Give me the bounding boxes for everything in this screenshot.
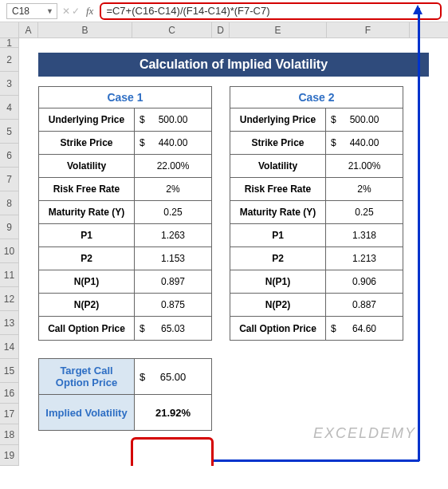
column-header[interactable]: E (230, 22, 327, 37)
cancel-icon[interactable]: ✕ (62, 6, 70, 17)
row-label: P2 (39, 247, 135, 270)
row-value[interactable]: 0.897 (135, 270, 211, 293)
formula-text: =C7+(C16-C14)/(F14-C14)*(F7-C7) (106, 5, 269, 17)
table-row: Maturity Rate (Y)0.25 (230, 201, 403, 224)
column-header[interactable]: B (38, 22, 132, 37)
row-header[interactable]: 2 (0, 48, 19, 72)
table-row: N(P2)0.887 (230, 294, 403, 317)
row-header[interactable]: 19 (0, 445, 19, 466)
row-header[interactable]: 8 (0, 191, 19, 215)
row-value[interactable]: $65.03 (135, 317, 211, 340)
row-header[interactable]: 17 (0, 404, 19, 424)
row-value[interactable]: 2% (135, 178, 211, 200)
row-header[interactable]: 3 (0, 72, 19, 96)
row-label: Risk Free Rate (39, 178, 135, 200)
case2-header: Case 2 (230, 87, 403, 108)
row-header[interactable]: 15 (0, 359, 19, 383)
row-header[interactable]: 12 (0, 287, 19, 311)
row-value[interactable]: 1.263 (135, 224, 211, 246)
row-value[interactable]: $500.00 (135, 108, 211, 131)
row-label: Maturity Rate (Y) (39, 201, 135, 223)
row-label: N(P1) (230, 270, 326, 293)
row-header[interactable]: 7 (0, 168, 19, 191)
row-header[interactable]: 6 (0, 144, 19, 168)
row-value[interactable]: $440.00 (326, 132, 403, 154)
row-headers: 1 2 3 4 5 6 7 8 9 10 11 12 13 14 15 16 1… (0, 38, 19, 466)
row-value[interactable]: 1.153 (135, 247, 211, 270)
row-header[interactable]: 11 (0, 263, 19, 287)
row-header[interactable]: 14 (0, 335, 19, 359)
row-label: N(P2) (230, 294, 326, 316)
select-all-triangle[interactable] (0, 22, 19, 37)
row-label: N(P2) (39, 294, 135, 316)
row-label: Call Option Price (39, 317, 135, 340)
row-header[interactable]: 4 (0, 96, 19, 120)
row-value[interactable]: $64.60 (326, 317, 403, 340)
row-value[interactable]: $500.00 (326, 108, 403, 131)
row-label: Call Option Price (230, 317, 326, 340)
row-label: Strike Price (230, 132, 326, 154)
result-label: Implied Volatility (39, 395, 135, 430)
row-value[interactable]: $440.00 (135, 132, 211, 154)
table-row: Call Option Price$65.03 (39, 317, 211, 340)
row-label: Risk Free Rate (230, 178, 326, 200)
target-value[interactable]: $ 65.00 (135, 359, 211, 394)
column-headers: A B C D E F (0, 22, 448, 38)
table-row: Strike Price$440.00 (230, 132, 403, 155)
name-box[interactable]: C18 ▼ (6, 3, 57, 19)
row-label: Volatility (230, 155, 326, 177)
row-label: P1 (230, 224, 326, 246)
table-row: P11.318 (230, 224, 403, 247)
column-header[interactable]: F (327, 22, 410, 37)
annotation-arrow (214, 459, 419, 462)
column-header[interactable]: D (212, 22, 230, 37)
table-row: N(P1)0.906 (230, 270, 403, 294)
row-value[interactable]: 21.00% (326, 155, 403, 177)
table-row: Underlying Price$500.00 (39, 108, 211, 132)
row-header[interactable]: 5 (0, 120, 19, 144)
fx-icon[interactable]: fx (84, 5, 95, 18)
row-label: P1 (39, 224, 135, 246)
result-cell[interactable]: 21.92% (135, 395, 211, 430)
column-header[interactable]: A (19, 22, 38, 37)
row-header[interactable]: 9 (0, 215, 19, 239)
row-header[interactable]: 1 (0, 38, 19, 48)
row-label: Underlying Price (230, 108, 326, 131)
spreadsheet-grid: A B C D E F 1 2 3 4 5 6 7 8 9 10 11 12 1… (0, 22, 448, 466)
row-value[interactable]: 0.25 (135, 201, 211, 223)
row-header[interactable]: 10 (0, 239, 19, 263)
sheet-content[interactable]: Calculation of Implied Volatility Case 1… (19, 38, 448, 466)
row-value[interactable]: 0.875 (135, 294, 211, 316)
row-header[interactable]: 16 (0, 383, 19, 404)
target-label: Target Call Option Price (39, 359, 135, 394)
column-header[interactable]: C (132, 22, 212, 37)
row-value[interactable]: 22.00% (135, 155, 211, 177)
chevron-down-icon[interactable]: ▼ (46, 7, 53, 15)
name-box-value: C18 (12, 6, 29, 17)
row-label: P2 (230, 247, 326, 270)
row-value[interactable]: 2% (326, 178, 403, 200)
row-value[interactable]: 0.887 (326, 294, 403, 316)
table-row: P21.153 (39, 247, 211, 270)
table-row: Volatility21.00% (230, 155, 403, 178)
formula-buttons: ✕ ✓ (62, 6, 80, 17)
case2-table: Case 2 Underlying Price$500.00Strike Pri… (230, 86, 403, 341)
row-header[interactable]: 13 (0, 311, 19, 335)
table-row: P21.213 (230, 247, 403, 270)
accept-icon[interactable]: ✓ (72, 6, 80, 17)
result-table: Target Call Option Price $ 65.00 Implied… (38, 358, 212, 431)
row-label: Underlying Price (39, 108, 135, 131)
row-label: Maturity Rate (Y) (230, 201, 326, 223)
table-row: N(P2)0.875 (39, 294, 211, 317)
row-header[interactable]: 18 (0, 424, 19, 445)
table-row: N(P1)0.897 (39, 270, 211, 294)
row-label: Strike Price (39, 132, 135, 154)
row-value[interactable]: 0.906 (326, 270, 403, 293)
row-value[interactable]: 0.25 (326, 201, 403, 223)
row-value[interactable]: 1.318 (326, 224, 403, 246)
table-row: Risk Free Rate2% (39, 178, 211, 201)
formula-input[interactable]: =C7+(C16-C14)/(F14-C14)*(F7-C7) (100, 2, 442, 20)
watermark: EXCELDEMY (313, 425, 416, 442)
row-value[interactable]: 1.213 (326, 247, 403, 270)
table-row: P11.263 (39, 224, 211, 247)
